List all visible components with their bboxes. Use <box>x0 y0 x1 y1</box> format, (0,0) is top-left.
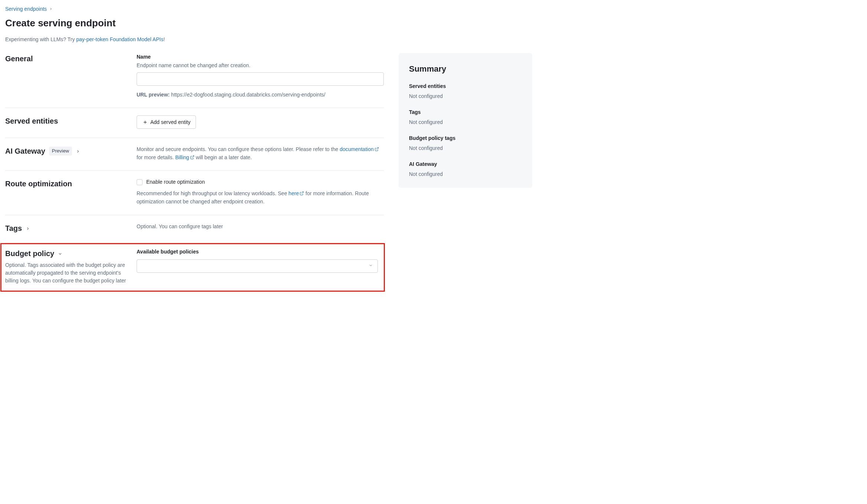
add-served-entity-label: Add served entity <box>150 119 190 125</box>
chevron-down-icon <box>369 262 373 270</box>
breadcrumb: Serving endpoints <box>5 5 862 13</box>
name-hint: Endpoint name cannot be changed after cr… <box>137 62 384 69</box>
tags-desc: Optional. You can configure tags later <box>137 223 384 231</box>
svg-line-0 <box>376 148 379 150</box>
promo-link[interactable]: pay-per-token Foundation Model APIs <box>76 36 163 42</box>
route-optimization-heading: Route optimization <box>5 178 128 189</box>
preview-badge: Preview <box>49 147 72 156</box>
summary-item-label: AI Gateway <box>409 160 522 168</box>
served-entities-heading: Served entities <box>5 115 128 127</box>
summary-panel: Summary Served entities Not configured T… <box>399 53 532 188</box>
tags-heading: Tags <box>5 223 22 234</box>
section-tags: Tags Optional. You can configure tags la… <box>5 215 384 243</box>
promo-line: Experimenting with LLMs? Try pay-per-tok… <box>5 36 862 43</box>
summary-item-label: Tags <box>409 108 522 116</box>
summary-item-value: Not configured <box>409 144 522 152</box>
ai-gateway-heading: AI Gateway <box>5 145 45 157</box>
here-link[interactable]: here <box>288 190 304 196</box>
enable-route-optimization-checkbox[interactable] <box>137 179 143 185</box>
svg-line-1 <box>192 156 194 158</box>
budget-policy-sub: Optional. Tags associated with the budge… <box>5 261 128 285</box>
summary-title: Summary <box>409 63 522 75</box>
promo-suffix: ! <box>163 36 165 42</box>
summary-item-value: Not configured <box>409 118 522 126</box>
summary-item-value: Not configured <box>409 170 522 178</box>
name-input[interactable] <box>137 72 384 86</box>
ai-gateway-desc-3: will begin at a later date. <box>194 154 252 160</box>
billing-link[interactable]: Billing <box>175 154 194 160</box>
section-budget-policy: Budget policy Optional. Tags associated … <box>5 248 378 285</box>
enable-route-optimization-label: Enable route optimization <box>146 178 205 186</box>
section-served-entities: Served entities ＋ Add served entity <box>5 108 384 138</box>
section-general: General Name Endpoint name cannot be cha… <box>5 53 384 108</box>
chevron-down-icon[interactable] <box>58 248 62 259</box>
summary-item-tags: Tags Not configured <box>409 108 522 126</box>
url-preview-value: https://e2-dogfood.staging.cloud.databri… <box>171 92 325 98</box>
page-title: Create serving endpoint <box>5 16 862 30</box>
summary-item-label: Served entities <box>409 82 522 90</box>
budget-policy-highlight: Budget policy Optional. Tags associated … <box>0 243 385 292</box>
name-label: Name <box>137 53 384 61</box>
summary-item-label: Budget policy tags <box>409 134 522 142</box>
chevron-right-icon <box>49 5 53 13</box>
general-heading: General <box>5 53 128 64</box>
section-route-optimization: Route optimization Enable route optimiza… <box>5 171 384 215</box>
summary-item-ai-gateway: AI Gateway Not configured <box>409 160 522 178</box>
breadcrumb-parent-link[interactable]: Serving endpoints <box>5 5 47 13</box>
ai-gateway-desc-2: for more details. <box>137 154 175 160</box>
ai-gateway-desc-1: Monitor and secure endpoints. You can co… <box>137 146 340 152</box>
summary-item-budget-policy-tags: Budget policy tags Not configured <box>409 134 522 152</box>
budget-policy-heading: Budget policy <box>5 248 54 259</box>
plus-icon: ＋ <box>142 119 148 125</box>
add-served-entity-button[interactable]: ＋ Add served entity <box>137 115 196 129</box>
summary-item-served-entities: Served entities Not configured <box>409 82 522 100</box>
svg-line-2 <box>301 192 304 194</box>
available-budget-policies-label: Available budget policies <box>137 248 378 256</box>
url-preview-label: URL preview: <box>137 92 170 98</box>
chevron-right-icon[interactable] <box>26 223 30 234</box>
summary-item-value: Not configured <box>409 92 522 100</box>
chevron-right-icon[interactable] <box>76 145 80 157</box>
budget-policy-select[interactable] <box>137 259 378 273</box>
section-ai-gateway: AI Gateway Preview Monitor and secure en… <box>5 138 384 171</box>
route-opt-desc-1: Recommended for high throughput or low l… <box>137 190 288 196</box>
promo-prefix: Experimenting with LLMs? Try <box>5 36 76 42</box>
documentation-link[interactable]: documentation <box>340 146 379 152</box>
